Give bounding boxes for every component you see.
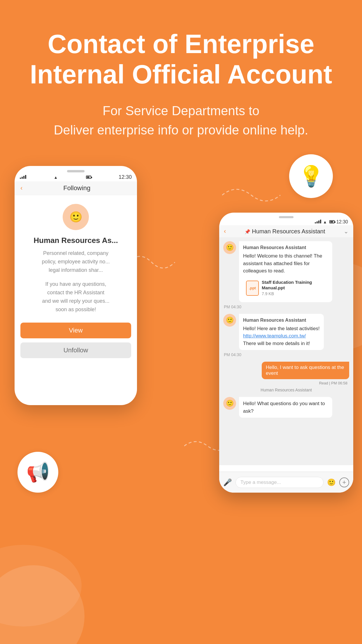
status-time-left: 12:30 <box>119 174 132 180</box>
hr-label: Human Resources Assistant <box>223 388 349 392</box>
phone-right-statusbar: ▲ 12:30 <box>219 218 353 225</box>
battery-icon <box>85 174 91 180</box>
sub-title: For Service Departments toDeliver enterp… <box>0 101 362 140</box>
status-time-right: 12:30 <box>336 219 348 225</box>
chat-bubble-row-1: 🙂 Human Resources Assistant Hello! Welco… <box>223 241 349 302</box>
mic-icon[interactable]: 🎤 <box>223 478 232 487</box>
wifi-icon: ▲ <box>54 175 58 180</box>
user-bubble: Hello, I want to ask questions at the ev… <box>262 362 349 379</box>
following-title: Following <box>22 184 131 192</box>
phone-left-notch <box>67 170 85 172</box>
chat-message-3: Hello, I want to ask questions at the ev… <box>223 362 349 392</box>
wifi-icon-right: ▲ <box>323 220 327 224</box>
contact-note: If you have any questions,contact the HR… <box>20 280 131 314</box>
read-label: Read | PM 06:58 <box>223 381 347 385</box>
phone-left-statusbar: ▲ 12:30 <box>15 172 137 181</box>
link-teamplus[interactable]: http://www.teamplus.com.tw/ <box>243 333 306 339</box>
left-phone-content: 🙂 Human Resources As... Personnel relate… <box>15 195 137 367</box>
contact-name-left: Human Resources As... <box>20 236 131 245</box>
file-info: Staff Education Training Manual.ppt 7.9 … <box>262 279 325 297</box>
chat-message-4: 🙂 Hello! What questions do you want to a… <box>223 397 349 418</box>
user-bubble-row: Hello, I want to ask questions at the ev… <box>223 362 349 379</box>
message-text-1: Hello! Welcome to this channel! The assi… <box>243 252 328 275</box>
chat-message-2: 🙂 Human Resources Assistant Hello! Here … <box>223 314 349 357</box>
right-phone-nav: ‹ 📌 Human Resources Assistant ⌄ <box>219 225 353 238</box>
message-input[interactable]: Type a message... <box>236 477 324 488</box>
avatar-left: 🙂 <box>63 204 89 230</box>
file-attachment[interactable]: .ppt Staff Education Training Manual.ppt… <box>243 277 328 299</box>
sender-name-1: Human Resources Assistant <box>243 244 328 251</box>
chat-bubble-row-4: 🙂 Hello! What questions do you want to a… <box>223 397 349 418</box>
message-text-2a: Hello! Here are the latest activities! <box>243 325 320 332</box>
avatar-face-icon: 🙂 <box>69 211 82 223</box>
back-arrow-icon-right[interactable]: ‹ <box>224 228 226 235</box>
megaphone-icon: 📢 <box>26 461 50 483</box>
signal-icon <box>20 174 26 180</box>
chat-avatar-2: 🙂 <box>223 314 236 327</box>
chat-bubble-4: Hello! What questions do you want to ask… <box>239 397 332 418</box>
battery-icon-right <box>329 219 335 225</box>
view-button[interactable]: View <box>20 323 131 338</box>
main-title: Contact of EnterpriseInternal Official A… <box>0 29 362 90</box>
chat-input-bar: 🎤 Type a message... 🙂 + <box>219 472 353 493</box>
megaphone-icon-circle: 📢 <box>17 452 58 493</box>
timestamp-2: PM 04:30 <box>224 352 349 357</box>
lightbulb-icon-circle: 💡 <box>289 154 333 198</box>
unfollow-button[interactable]: Unfollow <box>20 342 131 358</box>
timestamp-1: PM 04:30 <box>224 304 349 309</box>
header-section: Contact of EnterpriseInternal Official A… <box>0 0 362 154</box>
phone-right-notch <box>279 216 294 218</box>
hr-assistant-nav-title: 📌 Human Resources Assistant <box>226 228 344 235</box>
back-arrow-icon-left[interactable]: ‹ <box>20 184 22 192</box>
plus-icon[interactable]: + <box>339 477 349 487</box>
chat-bubble-1: Human Resources Assistant Hello! Welcome… <box>239 241 332 302</box>
file-name: Staff Education Training Manual.ppt <box>262 279 325 291</box>
sender-name-2: Human Resources Assistant <box>243 317 320 324</box>
chat-message-1: 🙂 Human Resources Assistant Hello! Welco… <box>223 241 349 309</box>
phones-container: 💡 ▲ 12:30 ‹ <box>0 154 362 557</box>
chat-avatar-4: 🙂 <box>223 397 236 410</box>
contact-desc: Personnel related, companypolicy, employ… <box>20 249 131 274</box>
left-phone: ▲ 12:30 ‹ Following 🙂 Human Resources As… <box>15 166 137 405</box>
chat-bubble-row-2: 🙂 Human Resources Assistant Hello! Here … <box>223 314 349 350</box>
chevron-down-icon[interactable]: ⌄ <box>344 228 349 235</box>
dashes-top-right <box>222 178 280 213</box>
chat-area: 🙂 Human Resources Assistant Hello! Welco… <box>219 238 353 465</box>
left-phone-nav: ‹ Following <box>15 181 137 195</box>
right-phone: ▲ 12:30 ‹ 📌 Human Resources Assistant ⌄ … <box>219 213 353 493</box>
signal-icon-right <box>315 219 321 225</box>
chat-avatar-1: 🙂 <box>223 241 236 254</box>
message-text-4: Hello! What questions do you want to ask… <box>243 400 328 415</box>
message-text-2b: There will be more details in it! <box>243 340 320 347</box>
ppt-file-icon: .ppt <box>246 281 259 296</box>
chat-bubble-2: Human Resources Assistant Hello! Here ar… <box>239 314 324 350</box>
lightbulb-icon: 💡 <box>298 164 324 188</box>
file-size: 7.9 KB <box>262 291 325 297</box>
emoji-icon[interactable]: 🙂 <box>327 478 336 487</box>
